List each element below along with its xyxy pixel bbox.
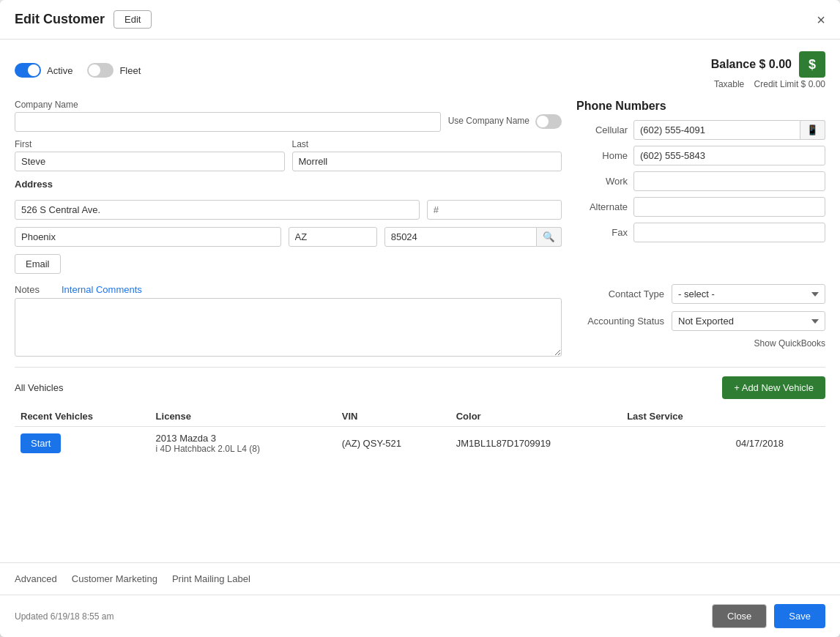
modal-header: Edit Customer Edit × [0,0,840,40]
modal-body: Active Fleet Balance $ 0.00 $ Taxable Cr… [0,40,840,562]
modal-footer: Updated 6/19/18 8:55 am Close Save [0,595,840,637]
phone-title: Phone Numbers [576,100,825,113]
zip-search-button[interactable]: 🔍 [537,227,562,247]
state-input[interactable] [289,227,377,247]
fleet-label: Fleet [119,65,141,76]
fax-label: Fax [576,227,628,238]
use-company-row: Use Company Name [448,114,562,129]
address-row1 [15,200,562,220]
cellular-input[interactable] [633,120,800,140]
contact-type-row: Contact Type - select - [576,284,825,304]
notes-label: Notes [15,284,40,295]
company-name-group: Company Name [15,100,441,132]
first-label: First [15,139,285,149]
work-input[interactable] [633,171,825,191]
vehicle-name-cell: 2013 Mazda 3 i 4D Hatchback 2.0L L4 (8) [150,427,336,461]
tab-advanced[interactable]: Advanced [15,570,57,587]
cellular-row: Cellular 📱 [576,120,825,140]
email-row: Email [15,254,562,274]
vehicle-name: 2013 Mazda 3 [156,433,330,444]
notes-header: Notes Internal Comments [15,284,562,295]
col-color: Color [450,406,621,427]
home-input[interactable] [633,146,825,165]
last-name-group: Last [292,139,562,171]
modal-title: Edit Customer [15,12,105,27]
active-label: Active [47,65,73,76]
cellular-label: Cellular [576,124,628,135]
col-license: License [150,406,336,427]
hash-input[interactable] [427,200,562,220]
city-input[interactable] [15,227,281,247]
vehicle-license-cell: (AZ) QSY-521 [336,427,450,461]
company-name-label: Company Name [15,100,441,110]
col-recent-vehicles: Recent Vehicles [15,406,150,427]
street-group [15,200,420,220]
save-button[interactable]: Save [774,604,825,628]
contact-accounting-area: Contact Type - select - Accounting Statu… [576,284,825,349]
cellular-phone-icon-button[interactable]: 📱 [800,120,825,140]
balance-sub: Taxable Credit Limit $ 0.00 [711,79,825,89]
close-button[interactable]: Close [712,604,767,628]
accounting-status-select[interactable]: Not Exported [672,311,825,331]
work-row: Work [576,171,825,191]
col-last-service: Last Service [621,406,730,427]
active-toggle[interactable] [15,63,41,78]
show-quickbooks-link[interactable]: Show QuickBooks [576,338,825,349]
active-toggle-group: Active [15,63,73,78]
tab-customer-marketing[interactable]: Customer Marketing [72,570,157,587]
last-name-input[interactable] [292,152,562,171]
first-last-row: First Last [15,139,562,171]
use-company-toggle[interactable] [535,114,562,129]
updated-text: Updated 6/19/18 8:55 am [15,611,114,622]
alternate-input[interactable] [633,197,825,217]
vehicle-last-service: 04/17/2018 [736,438,784,449]
last-label: Last [292,139,562,149]
zip-group: 🔍 [384,227,562,247]
email-button[interactable]: Email [15,254,61,274]
tab-print-mailing-label[interactable]: Print Mailing Label [172,570,250,587]
home-label: Home [576,150,628,161]
left-form: Company Name Use Company Name First [15,100,562,274]
taxable-text: Taxable [714,79,744,89]
address-row2: 🔍 [15,227,562,247]
first-name-group: First [15,139,285,171]
fleet-toggle[interactable] [87,63,114,78]
internal-comments-label: Internal Comments [62,284,142,295]
dollar-button[interactable]: $ [799,51,825,78]
zip-input[interactable] [384,227,537,247]
home-row: Home [576,146,825,165]
company-name-input[interactable] [15,112,441,132]
vehicles-table: Recent Vehicles License VIN Color Last S… [15,406,825,460]
vehicles-table-head: Recent Vehicles License VIN Color Last S… [15,406,825,427]
cellular-input-wrap: 📱 [633,120,825,140]
alternate-label: Alternate [576,201,628,212]
fleet-toggle-group: Fleet [87,63,141,78]
credit-limit-text: Credit Limit $ 0.00 [754,79,825,89]
col-vin: VIN [336,406,450,427]
form-phone-row: Company Name Use Company Name First [15,100,825,274]
edit-button[interactable]: Edit [114,10,152,29]
vehicles-header: All Vehicles + Add New Vehicle [15,376,825,399]
street-input[interactable] [15,200,420,220]
bottom-tabs: Advanced Customer Marketing Print Mailin… [0,562,840,595]
fax-input[interactable] [633,223,825,242]
notes-textarea[interactable] [15,298,562,357]
accounting-status-row: Accounting Status Not Exported [576,311,825,331]
balance-row: Balance $ 0.00 $ [711,51,825,78]
use-company-name-label: Use Company Name [448,116,529,126]
first-name-input[interactable] [15,152,285,171]
company-name-row: Company Name Use Company Name [15,100,562,132]
balance-text: Balance $ 0.00 [711,58,792,71]
close-icon-button[interactable]: × [817,12,825,27]
toggles: Active Fleet [15,63,141,78]
accounting-status-label: Accounting Status [576,316,664,327]
hash-group [427,200,562,220]
home-input-wrap [633,146,825,165]
start-button[interactable]: Start [21,433,61,453]
city-group [15,227,281,247]
vehicle-start-cell: Start [15,427,150,461]
contact-type-select[interactable]: - select - [672,284,825,304]
top-bar: Active Fleet Balance $ 0.00 $ Taxable Cr… [15,51,825,89]
work-label: Work [576,176,628,187]
add-vehicle-button[interactable]: + Add New Vehicle [722,376,825,399]
